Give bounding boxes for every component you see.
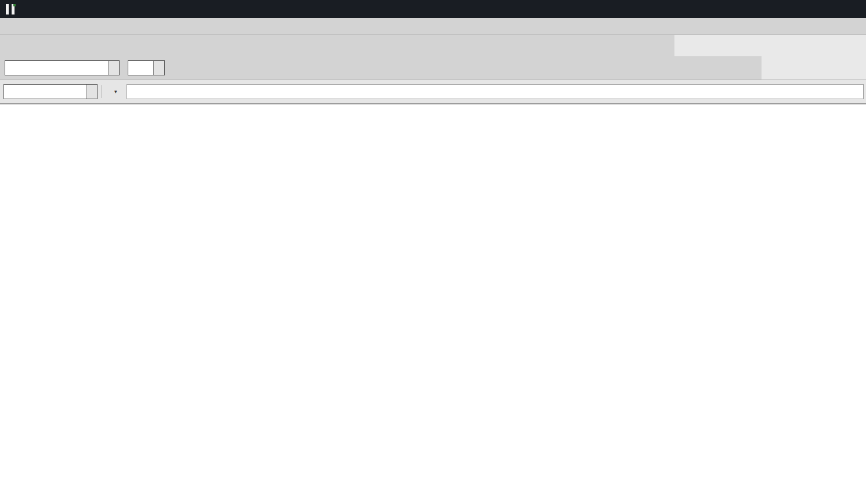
formula-input[interactable] [127, 84, 864, 99]
standard-toolbar [0, 35, 866, 56]
titlebar [0, 0, 866, 18]
formula-button[interactable] [120, 91, 124, 92]
font-name-combo[interactable] [5, 60, 120, 75]
font-name-dropdown[interactable] [108, 61, 119, 75]
formula-bar-separator [102, 85, 102, 98]
menubar [0, 18, 866, 35]
font-size-dropdown[interactable] [153, 61, 164, 75]
formatting-toolbar [0, 56, 866, 80]
select-function-dropdown-arrow[interactable]: ▾ [114, 89, 117, 95]
spreadsheet-grid [0, 104, 866, 504]
app-window-icon [6, 4, 15, 14]
name-box-dropdown[interactable] [86, 85, 97, 99]
libreoffice-calc-window: ▾ [0, 0, 866, 504]
formula-bar: ▾ [0, 80, 866, 104]
function-wizard-button[interactable] [106, 91, 111, 92]
select-function-button[interactable]: ▾ [111, 88, 120, 95]
name-box[interactable] [3, 84, 98, 99]
font-size-combo[interactable] [128, 60, 165, 75]
